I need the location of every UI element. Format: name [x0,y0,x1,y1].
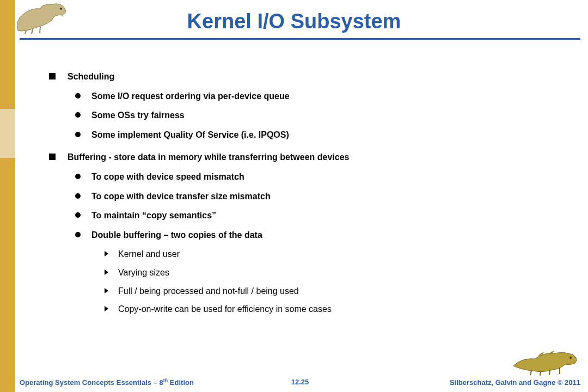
square-bullet-icon [49,73,56,79]
bullet-level3: Varying sizes [105,267,555,279]
bullet-level2: Some I/O request ordering via per-device… [75,90,555,102]
bullet-level1: Buffering - store data in memory while t… [49,151,555,163]
bullet-text: Some OSs try fairness [91,109,185,121]
bullet-text: Copy-on-write can be used for efficiency… [118,303,332,315]
footer-copyright: Silberschatz, Galvin and Gagne © 2011 [450,378,580,387]
arrow-bullet-icon [105,306,108,311]
footer-page-number: 12.25 [291,378,309,386]
arrow-bullet-icon [105,288,108,293]
bullet-text: Full / being processed and not-full / be… [118,285,299,297]
bullet-text: Buffering - store data in memory while t… [68,151,349,163]
bullet-text: Varying sizes [118,267,169,279]
left-accent-bar [0,0,15,392]
bullet-text: Scheduling [68,71,114,83]
bullet-level2: Some OSs try fairness [75,109,555,121]
slide-footer: Operating System Concepts Essentials – 8… [20,378,580,387]
dinosaur-bottom-icon [511,347,581,377]
circle-bullet-icon [75,112,81,118]
title-underline [20,38,580,40]
circle-bullet-icon [75,232,81,237]
bullet-text: Some implement Quality Of Service (i.e. … [91,129,289,141]
bullet-level2: Some implement Quality Of Service (i.e. … [75,129,555,141]
bullet-level3: Copy-on-write can be used for efficiency… [105,303,555,315]
circle-bullet-icon [75,132,81,137]
bullet-level2: To cope with device transfer size mismat… [75,191,555,203]
footer-book-title-sup: th [163,378,168,383]
svg-point-1 [569,357,572,359]
arrow-bullet-icon [105,251,108,256]
bullet-text: To maintain “copy semantics” [91,210,216,222]
left-accent-bar-light [0,109,15,158]
bullet-text: Double buffering – two copies of the dat… [91,229,262,241]
bullet-level2: To maintain “copy semantics” [75,210,555,222]
bullet-level3: Kernel and user [105,248,555,260]
bullet-level2: Double buffering – two copies of the dat… [75,229,555,241]
footer-book-title-pre: Operating System Concepts Essentials – 8 [20,378,163,387]
slide-content: Scheduling Some I/O request ordering via… [49,71,555,326]
square-bullet-icon [49,154,56,160]
arrow-bullet-icon [105,270,108,275]
slide: Kernel I/O Subsystem Scheduling Some I/O… [0,0,588,392]
bullet-text: Some I/O request ordering via per-device… [91,90,290,102]
circle-bullet-icon [75,212,81,218]
slide-title: Kernel I/O Subsystem [0,10,588,33]
circle-bullet-icon [75,93,81,99]
bullet-level2: To cope with device speed mismatch [75,171,555,183]
bullet-level1: Scheduling [49,71,555,83]
bullet-text: Kernel and user [118,248,180,260]
footer-book-title-post: Edition [168,378,194,387]
footer-left: Operating System Concepts Essentials – 8… [20,378,194,387]
bullet-level3: Full / being processed and not-full / be… [105,285,555,297]
bullet-text: To cope with device transfer size mismat… [91,191,271,203]
circle-bullet-icon [75,193,81,199]
bullet-text: To cope with device speed mismatch [91,171,244,183]
circle-bullet-icon [75,174,81,179]
